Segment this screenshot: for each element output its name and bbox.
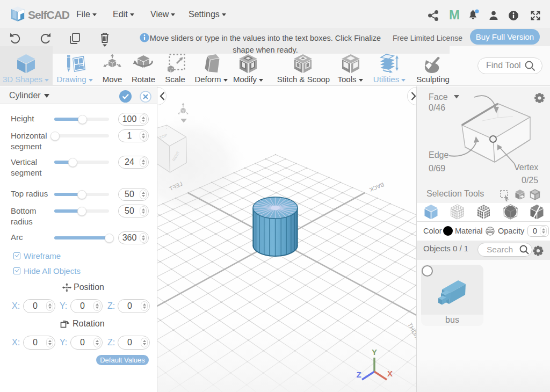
svg-text:X: X [387,369,393,378]
svg-text:BACK: BACK [368,182,385,193]
svg-text:0/46: 0/46 [429,103,445,112]
svg-text:Edge: Edge [429,150,448,159]
svg-text:Vertex: Vertex [514,163,538,172]
svg-text:0/69: 0/69 [429,164,445,173]
svg-text:Y: Y [372,347,377,357]
svg-text:Selection Tools: Selection Tools [426,189,484,198]
svg-text:0/25: 0/25 [522,176,538,185]
svg-text:Face: Face [429,92,448,101]
svg-text:Z: Z [356,370,361,379]
